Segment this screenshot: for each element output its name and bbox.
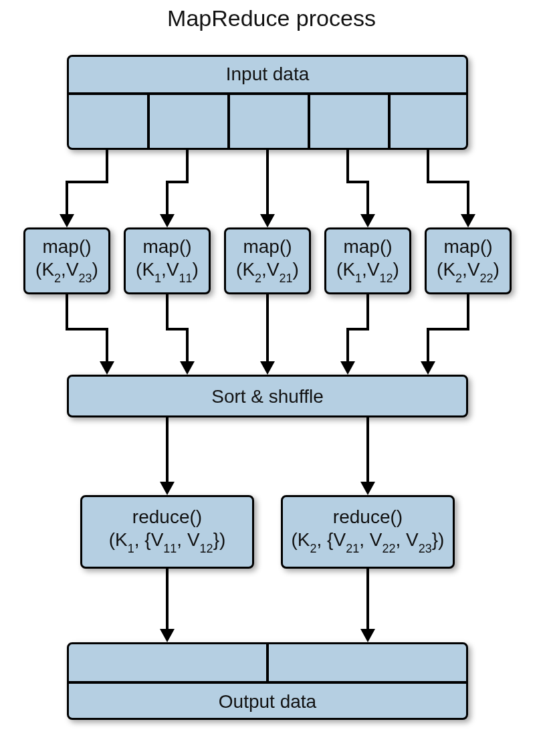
arrowhead-icon — [260, 361, 275, 375]
map-label: map() (K2,V22) — [425, 235, 512, 284]
input-split-divider — [388, 92, 391, 150]
arrow-map-to-shuffle — [186, 328, 189, 363]
arrowhead-icon — [461, 214, 475, 227]
arrow-input-to-map — [366, 181, 369, 215]
arrowhead-icon — [160, 482, 175, 495]
arrowhead-icon — [421, 361, 435, 375]
input-data-label: Input data — [67, 63, 468, 86]
shuffle-label: Sort & shuffle — [67, 385, 468, 408]
input-split-divider — [147, 92, 150, 150]
arrow-map-to-shuffle — [166, 328, 189, 330]
arrowhead-icon — [260, 214, 275, 227]
arrowhead-icon — [160, 214, 175, 227]
arrow-map-to-shuffle — [106, 328, 108, 363]
arrow-input-to-map — [106, 150, 108, 181]
arrowhead-icon — [360, 482, 375, 495]
diagram-title: MapReduce process — [0, 5, 543, 31]
arrow-map-to-shuffle — [266, 294, 269, 363]
arrowhead-icon — [60, 214, 74, 227]
arrowhead-icon — [160, 629, 175, 642]
arrow-map-to-shuffle — [66, 328, 108, 330]
arrow-input-to-map — [66, 181, 108, 183]
arrow-input-to-map — [266, 150, 269, 215]
arrow-shuffle-to-reduce — [166, 417, 169, 483]
reduce-label: reduce() (K1, {V11, V12}) — [80, 506, 254, 554]
map-label: map() (K2,V23) — [23, 235, 110, 284]
arrowhead-icon — [360, 214, 375, 227]
arrow-input-to-map — [66, 181, 68, 215]
arrow-input-to-map — [346, 181, 369, 183]
input-header-divider — [67, 92, 468, 95]
output-part-divider — [266, 642, 269, 681]
arrow-map-to-shuffle — [366, 294, 369, 328]
arrow-input-to-map — [346, 150, 349, 181]
arrow-reduce-to-output — [366, 569, 369, 630]
arrow-input-to-map — [427, 181, 469, 183]
arrow-map-to-shuffle — [66, 294, 68, 328]
arrow-input-to-map — [186, 150, 189, 181]
arrow-map-to-shuffle — [346, 328, 349, 363]
arrowhead-icon — [340, 361, 355, 375]
output-data-label: Output data — [67, 690, 468, 713]
arrow-input-to-map — [427, 150, 429, 181]
arrowhead-icon — [100, 361, 114, 375]
output-divider — [67, 681, 468, 684]
map-label: map() (K1,V12) — [324, 235, 411, 284]
arrow-map-to-shuffle — [427, 328, 429, 363]
arrowhead-icon — [360, 629, 375, 642]
map-label: map() (K2,V21) — [224, 235, 311, 284]
map-label: map() (K1,V11) — [124, 235, 211, 284]
arrow-map-to-shuffle — [166, 294, 169, 328]
arrow-map-to-shuffle — [427, 328, 469, 330]
arrow-map-to-shuffle — [346, 328, 369, 330]
arrow-shuffle-to-reduce — [366, 417, 369, 483]
arrow-input-to-map — [166, 181, 189, 183]
arrow-reduce-to-output — [166, 569, 169, 630]
input-split-divider — [227, 92, 230, 150]
arrowhead-icon — [180, 361, 195, 375]
arrow-input-to-map — [166, 181, 169, 215]
arrow-input-to-map — [467, 181, 469, 215]
arrow-map-to-shuffle — [467, 294, 469, 328]
input-split-divider — [308, 92, 310, 150]
reduce-label: reduce() (K2, {V21, V22, V23}) — [281, 506, 455, 554]
